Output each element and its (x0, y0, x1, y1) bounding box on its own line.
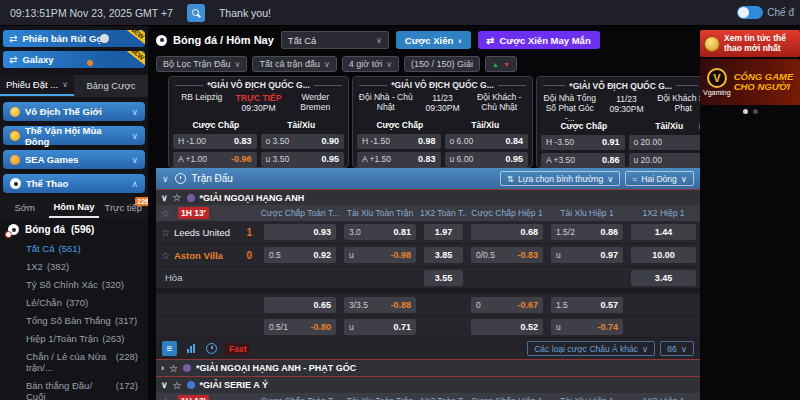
more-asian-bets-dropdown[interactable]: Các loại cược Châu Á khác ∨ (527, 341, 655, 356)
odds-cell[interactable]: o 20.00 (629, 135, 701, 150)
odds-cell[interactable]: 0/0.5-0.83 (471, 247, 543, 263)
league-header-serie-a[interactable]: ∨ ☆ *GIẢI SERIE A Ý (156, 376, 700, 393)
favorite-star-icon[interactable]: ☆ (161, 227, 170, 238)
odds-cell[interactable]: o 3.500.90 (261, 134, 345, 149)
odds-cell[interactable]: 3/3.5-0.88 (344, 297, 416, 313)
tab-early[interactable]: Sớm (0, 197, 49, 218)
row-mode-dropdown[interactable]: = Hai Dòng ∨ (625, 171, 694, 186)
fast-market-button[interactable]: Fast (225, 343, 250, 355)
odds-cell[interactable]: 0.68 (471, 224, 543, 240)
sidebar-item-sea-games[interactable]: SEA Games ∨ (3, 150, 145, 169)
sidebar-item-sports[interactable]: Thể Thao ∧ (3, 174, 145, 193)
odds-cell[interactable]: 0.65 (264, 297, 336, 313)
odds-cell[interactable]: A +1.00-0.96 (173, 152, 257, 167)
parlay-button[interactable]: Cược Xiên › (396, 31, 471, 49)
odds-cell[interactable]: 1.5/20.86 (551, 224, 623, 240)
tab-today[interactable]: Hôm Nay (49, 197, 98, 218)
odds-cell[interactable]: u-0.98 (344, 247, 416, 263)
favorite-star-icon[interactable]: ☆ (173, 192, 182, 203)
market-count: (317) (115, 315, 137, 326)
all-matches-dropdown[interactable]: Tất cả trận đấu ∨ (252, 56, 336, 72)
carousel-dot[interactable] (753, 109, 758, 114)
odds-cell[interactable]: H -1.500.98 (357, 134, 441, 149)
odds-cell[interactable]: 0.52 (471, 319, 543, 335)
odds-cell[interactable]: u 20.00 (629, 153, 701, 168)
sidebar-item-half-odd-even[interactable]: Chẵn / Lẻ của Nửa trận/... (228) (0, 347, 148, 376)
collapse-icon[interactable]: ∨ (161, 193, 168, 203)
promo-galaxy[interactable]: ⇄ Galaxy NEW (3, 51, 145, 68)
sort-button[interactable]: ▲ ▼ (485, 56, 517, 72)
tab-bet-board[interactable]: Bảng Cược (74, 75, 148, 96)
carousel-dot-active[interactable] (743, 109, 748, 114)
tab-bet-ticket[interactable]: Phiếu Đặt ... ∨ (0, 75, 74, 96)
stats-icon[interactable] (183, 341, 198, 356)
handicap-header: Cược Chấp (541, 121, 627, 131)
list-view-icon[interactable]: ≡ (162, 341, 177, 356)
favorite-star-icon[interactable]: ☆ (161, 396, 170, 400)
odds-cell[interactable]: 3.85 (424, 247, 463, 263)
odds-cell[interactable]: 0.50.92 (264, 247, 336, 263)
odds-selection-dropdown[interactable]: ⇅ Lựa chọn bình thường ∨ (500, 171, 620, 186)
time-icon[interactable] (204, 341, 219, 356)
odds-cell[interactable]: u 3.500.95 (261, 152, 345, 167)
collapse-icon[interactable]: ∨ (162, 174, 169, 184)
chevron-down-icon: ∨ (376, 36, 382, 45)
chevron-right-icon[interactable]: › (161, 363, 164, 373)
chip-label: Hai Dòng (641, 174, 676, 184)
odds-cell[interactable]: u 6.000.95 (445, 152, 529, 167)
odds-cell[interactable]: H -1.000.83 (173, 134, 257, 149)
sidebar-item-correct-score[interactable]: Tỷ Số Chính Xác (320) (0, 275, 148, 293)
search-button[interactable] (187, 4, 205, 22)
section-label: Thế Vận Hội Mùa Đông (25, 125, 126, 147)
odds-cell[interactable]: A +1.500.83 (357, 152, 441, 167)
odds-cell[interactable]: 0-0.67 (471, 297, 543, 313)
footer-dropdowns: Các loại cược Châu Á khác ∨ 86 ∨ (527, 341, 694, 356)
league-filter-select[interactable]: Tất Cả ∨ (281, 31, 389, 49)
league-header-epl-corners[interactable]: › ☆ *GIẢI NGOẠI HẠNG ANH - PHẠT GÓC (156, 359, 700, 376)
odds-cell[interactable]: A +3.500.86 (541, 153, 625, 168)
tab-label: Bảng Cược (86, 80, 135, 91)
odds-cell[interactable]: 3.45 (631, 270, 696, 286)
promo-compact-version[interactable]: ⇄ Phiên bản Rút Gọn NEW (3, 30, 145, 47)
favorite-star-icon[interactable]: ☆ (161, 208, 170, 219)
lucky-parlay-button[interactable]: ⇄ Cược Xiên May Mắn (478, 31, 600, 49)
sidebar-item-football[interactable]: Bóng đá (596) (0, 218, 148, 239)
sidebar-item-all-markets[interactable]: Tất Cả (561) (0, 239, 148, 257)
odds-cell[interactable]: 10.00 (631, 247, 696, 263)
odds-cell[interactable]: 1.97 (424, 224, 463, 240)
odds-cell[interactable]: u-0.74 (551, 319, 623, 335)
league-name: *GIẢI NGOẠI HẠNG ANH (200, 193, 305, 203)
bet-count-dropdown[interactable]: 86 ∨ (660, 341, 694, 356)
odds-cell[interactable]: u0.97 (551, 247, 623, 263)
sidebar-item-total-goals[interactable]: Tổng Số Bàn Thắng (317) (0, 311, 148, 329)
league-header-epl[interactable]: ∨ ☆ *GIẢI NGOẠI HẠNG ANH (156, 189, 700, 205)
favorite-star-icon[interactable]: ☆ (161, 250, 170, 261)
sidebar-item-winter-olympics[interactable]: Thế Vận Hội Mùa Đông ∨ (3, 126, 145, 145)
odds-cell[interactable]: 0.5/1-0.80 (264, 319, 336, 335)
time-window-dropdown[interactable]: 4 giờ tới ∨ (342, 56, 399, 72)
sidebar-item-first-last-goal[interactable]: Bàn thắng Đầu/ Cuối (172) (0, 376, 148, 400)
match-filter-dropdown[interactable]: Bộ Lọc Trận Đấu ∨ (156, 56, 247, 72)
match-status-cell: ☆ 1H 13' (156, 207, 260, 219)
sidebar-item-1x2[interactable]: 1X2 (382) (0, 257, 148, 275)
favorite-star-icon[interactable]: ☆ (169, 363, 178, 374)
sports-news-banner[interactable]: Xem tin tức thể thao mới nhất (700, 30, 800, 57)
tab-live[interactable]: Trực tiếp 226 (99, 197, 148, 218)
odds-cell[interactable]: 1.44 (631, 224, 696, 240)
section-label: Thể Thao (26, 178, 68, 189)
favorite-star-icon[interactable]: ☆ (173, 380, 182, 391)
collapse-icon[interactable]: ∨ (161, 380, 168, 390)
odds-cell[interactable]: 1.50.57 (551, 297, 623, 313)
sidebar-item-ht-ft[interactable]: Hiệp 1/Toàn Trận (263) (0, 329, 148, 347)
odds-cell[interactable]: o 6.000.84 (445, 134, 529, 149)
vgaming-banner[interactable]: V Vgaming CỔNG GAME CHO NGƯỜI (700, 59, 800, 105)
odds-cell[interactable]: u0.71 (344, 319, 416, 335)
sidebar-item-odd-even[interactable]: Lẻ/Chẵn (370) (0, 293, 148, 311)
sidebar-item-world-cup[interactable]: Vô Địch Thế Giới ∨ (3, 102, 145, 121)
odds-cell[interactable]: 3.00.81 (344, 224, 416, 240)
odds-cell[interactable]: H -3.500.91 (541, 135, 625, 150)
mode-toggle[interactable] (737, 6, 763, 19)
odds-cell[interactable]: 0.93 (264, 224, 336, 240)
card-teams: Đội Nhà - Chủ Nhật 11/23 09:30PM Đội Khá… (353, 92, 532, 117)
odds-cell[interactable]: 3.55 (424, 270, 463, 286)
